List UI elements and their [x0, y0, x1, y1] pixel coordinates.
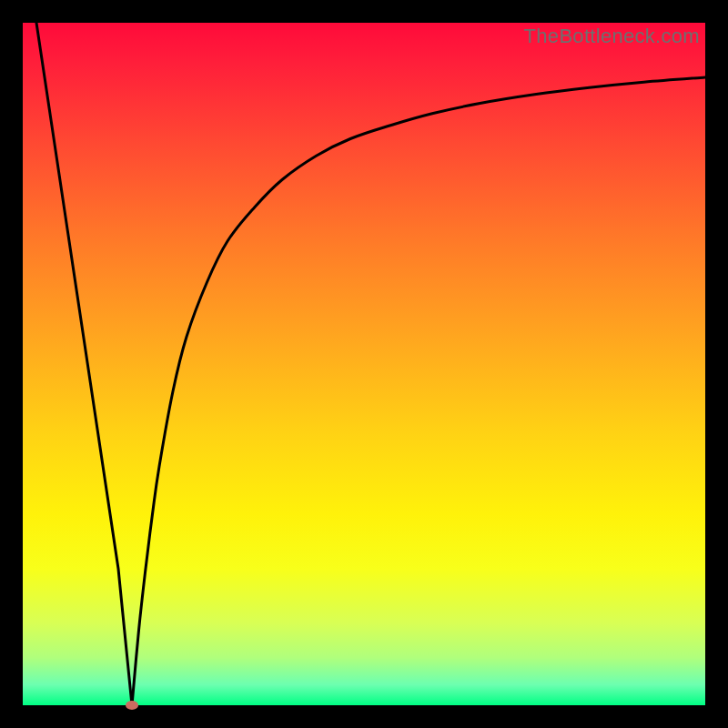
chart-curve [23, 23, 705, 705]
chart-frame: TheBottleneck.com [0, 0, 728, 728]
plot-area: TheBottleneck.com [23, 23, 705, 705]
minimum-marker [126, 701, 138, 710]
curve-right-branch [132, 77, 705, 705]
curve-left-branch [36, 23, 132, 705]
